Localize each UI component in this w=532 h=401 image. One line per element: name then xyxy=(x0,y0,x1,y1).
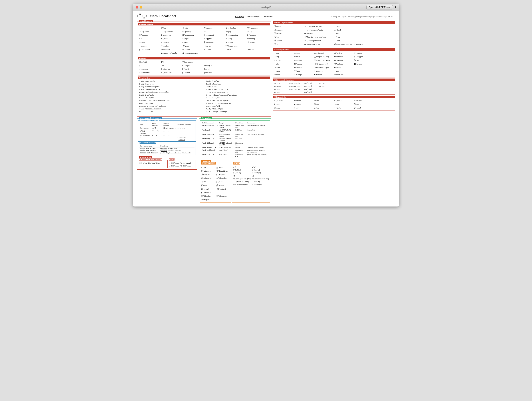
rel-sym-cell: ∝ \propto xyxy=(161,41,183,44)
fonts-col-cmd: LaTeX command xyxy=(201,122,219,124)
rel-sym-cell: □ \sqsubset xyxy=(139,30,161,33)
env-col-name: Environment name xyxy=(139,145,160,148)
acc-cell: AB \overrightarrow{AB} xyxy=(233,174,251,180)
minimize-button[interactable] xyxy=(140,6,142,9)
can-row-equation-star: equation* (amsmath) xyxy=(177,137,195,141)
set-logic-section: Set and Logic Notations ∃ \exists → \rig… xyxy=(273,21,395,47)
rel-sym-cell: □ \sqsupset xyxy=(204,33,226,37)
window-title: math.pdf xyxy=(261,6,271,9)
other-symbols-content: ∂ \partial ı \imath ℜ \Re ∇ \nabla ℵ \al… xyxy=(273,98,395,110)
font-mathrm: \mathrm{...} xyxy=(201,133,219,137)
trig-header: Trigonometric Functions xyxy=(273,79,395,81)
env-align: align and align* xyxy=(139,147,160,150)
oth-cell: ȷ \jmath xyxy=(294,103,314,106)
font-mathnormal-desc: Default math font xyxy=(235,124,246,129)
font-mathbb: \mathbb{...} xyxy=(201,153,219,158)
greek-cell: O and ο O and o xyxy=(206,86,269,88)
font-mathtt-use xyxy=(246,142,269,146)
bottom-layout: Mathematics Environments Canonical Envir… xyxy=(137,118,271,204)
doc-header: LATEX Math Cheatsheet package environmen… xyxy=(137,14,395,19)
font-mathtt-sample: ABCDEF abcdef 123456 xyxy=(219,142,234,146)
font-bm: \bm{...} xyxy=(201,129,219,133)
can-row-latex: LATEX shorthand xyxy=(139,130,152,135)
rel-sym-cell: ∠ \sphericalangle xyxy=(161,51,183,55)
rel-sym-cell: ≠ \neq xyxy=(182,41,204,44)
delim-cell xyxy=(247,60,269,64)
delim-cell: ⇓ \Downarrow xyxy=(161,71,183,74)
delim-cell: ⌊ \lfloor xyxy=(182,71,204,74)
manual-sizing-section: Manual Sizing Brackets, Braces and Delim… xyxy=(137,158,197,170)
sum-cell: ⊎ \biguplus xyxy=(216,194,230,198)
binary-ops-header: Binary Operations xyxy=(273,48,395,51)
acc-cell: a″ a'' xyxy=(252,166,269,168)
rel-sym-cell: ⊣ \dashv xyxy=(182,48,204,51)
greek-cell: Γ and γ \Gamma and \gamma xyxy=(139,86,202,88)
trig-cell xyxy=(364,88,379,91)
bin-cell: ⊖ \ominus xyxy=(334,55,354,59)
accents-grid: a′ a' a″ a'' â \hat{a} ā \bar{a} ȧ \dot{… xyxy=(233,166,269,186)
bin-cell: ⊘ \oslash xyxy=(334,62,354,66)
greek-cell: Σ, σ and ς \Sigma, \sigma and \varsigma xyxy=(206,94,269,97)
share-icon: ⬆ xyxy=(395,6,396,8)
rel-sym-cell: ∦ \nparallel xyxy=(139,48,161,51)
sum-cell: ∫ \int xyxy=(201,180,215,184)
acc-cell: ā \bar{a} xyxy=(252,168,269,171)
font-mathrm-desc: Normal text font xyxy=(235,133,246,137)
font-mathsf: \mathsf{...} xyxy=(201,137,219,142)
greek-grid: A and α A and \alpha N and ν N and \nu B… xyxy=(139,80,269,113)
sum-cell: ⊙ \bigodot xyxy=(201,198,215,202)
brackets-label: Brackets, Braces and Delimiters xyxy=(139,158,162,160)
other-env-box: Other Environments Environment name Desc… xyxy=(138,143,196,155)
fonts-col-desc: Description xyxy=(235,122,246,124)
header-commands: package environment command xyxy=(235,15,272,18)
greek-cell: Ω and ω \Omega and \omega xyxy=(206,111,269,113)
spaces-label: Spaces xyxy=(169,158,175,160)
rel-sym-cell: ≍ \asymp xyxy=(225,41,247,44)
set-cell: ⊤ \top xyxy=(334,35,364,39)
sums-integrals-box: Sums and Integrals Σ \sum ∏ \prod ⊕ \big… xyxy=(200,164,231,203)
bin-cell: ▷ \triangleright xyxy=(314,66,334,69)
delim-cell: ⌈ \lceil xyxy=(182,68,204,71)
rel-sym-cell: ≤ \leq xyxy=(161,26,183,30)
can-row-comment-val xyxy=(152,137,162,141)
set-cell: ∃ \exists xyxy=(274,25,304,28)
delim-cell xyxy=(247,68,269,71)
set-cell: ∅ and ∅ \emptyset and \varnothing xyxy=(334,43,364,46)
trig-cell: arccos \arccos xyxy=(289,85,304,88)
rel-sym-cell: ⊒ \sqsupseteq xyxy=(225,33,247,37)
acc-cell: ȧ \dot{a} xyxy=(233,171,251,174)
can-row-tex-inline: $...$ xyxy=(152,135,162,137)
sum-cell: ⊗ \bigotimes xyxy=(216,169,230,173)
rel-sym-cell: ⌣ \smile xyxy=(139,44,161,48)
bin-cell xyxy=(374,69,394,73)
can-row-math: math xyxy=(152,127,162,130)
rel-sym-cell: ≅ \cong xyxy=(225,37,247,41)
trig-cell xyxy=(379,82,394,85)
other-symbols-header: Other symbols xyxy=(273,96,395,98)
oth-cell: ℏ \hbar xyxy=(274,106,294,110)
rel-sym-cell: ⊆ \subseteq xyxy=(225,26,247,30)
env-cases-desc: (amsmath) piecewise functions. xyxy=(160,150,195,152)
greek-cell: Ψ and ψ \Psi and \psi xyxy=(206,108,269,110)
open-button[interactable]: Open with PDF Expert xyxy=(367,5,393,9)
formatting-label: Formatting xyxy=(201,117,212,119)
greek-cell: P, ρ and ϱ P, \rho and \varrho xyxy=(206,91,269,94)
canonical-table: Type Inline formulas Displayed equations… xyxy=(139,122,195,141)
close-button[interactable] xyxy=(136,6,138,9)
set-cell: ⇒ \Rightarrow or \implies xyxy=(304,35,334,39)
delim-cell xyxy=(225,68,247,71)
bin-cell: ◁ \triangleleft xyxy=(314,62,334,66)
oth-cell xyxy=(374,99,394,103)
can-row-env: Environment xyxy=(139,127,152,130)
font-bm-use: Vectors (bm) xyxy=(246,129,269,133)
set-cell: ∧ \land xyxy=(334,28,364,32)
trig-content: sin \sin arcsin \arcsin sinh \sinh sec \… xyxy=(273,81,395,94)
bin-cell: ⊎ \uplus xyxy=(294,59,314,62)
relation-symbols-header: Relation Symbols xyxy=(138,23,270,25)
oth-cell: ℑ \Im xyxy=(314,103,334,106)
bin-cell: • \bullet xyxy=(314,73,334,77)
greek-cell: T and τ T and \tau xyxy=(206,97,269,99)
delim-cell xyxy=(247,71,269,74)
list-of-symbols: List of Symbols Relation Symbols < < ≤ \… xyxy=(137,21,271,117)
set-cell: ⊥ \bot xyxy=(334,39,364,43)
